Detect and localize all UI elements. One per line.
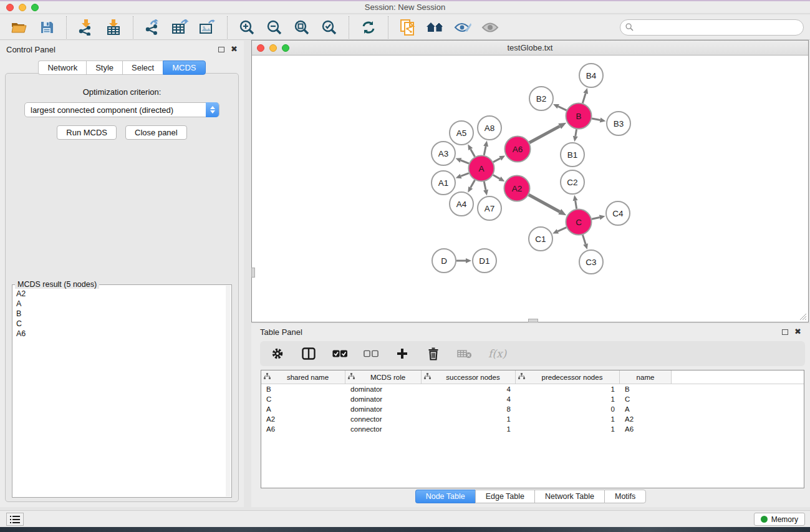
cell-shared-name: B	[261, 385, 345, 393]
tab-mcds[interactable]: MCDS	[163, 60, 205, 75]
edge-A-A3[interactable]	[461, 160, 469, 163]
export-network-icon[interactable]	[143, 18, 162, 37]
node-label-B1: B1	[567, 150, 578, 160]
zoom-out-icon[interactable]	[265, 18, 284, 37]
result-item[interactable]: A	[16, 299, 226, 309]
node-label-A4: A4	[456, 200, 467, 209]
tab-network[interactable]: Network	[38, 60, 86, 75]
tab-style[interactable]: Style	[86, 60, 122, 75]
edge-C-C3[interactable]	[582, 235, 586, 244]
zoom-fit-icon[interactable]	[292, 18, 311, 37]
network-window-titlebar: testGlobe.txt	[252, 41, 808, 56]
tab-select[interactable]: Select	[122, 60, 163, 75]
column-header-name[interactable]: name	[620, 370, 672, 384]
birdseye-handle-left[interactable]	[251, 268, 255, 278]
export-table-icon[interactable]	[171, 18, 190, 37]
node-table[interactable]: shared nameMCDS rolesuccessor nodesprede…	[261, 370, 804, 488]
run-mcds-button[interactable]: Run MCDS	[57, 125, 117, 140]
result-item[interactable]: A6	[16, 329, 226, 339]
home-icon[interactable]	[426, 18, 445, 37]
delete-table-icon[interactable]	[457, 346, 472, 361]
import-network-icon[interactable]	[77, 18, 95, 37]
close-table-panel-icon[interactable]: ✖	[794, 329, 801, 335]
optimization-criterion-select[interactable]: largest connected component (directed)	[24, 102, 219, 117]
cell-name: C	[620, 395, 672, 403]
node-label-A1: A1	[438, 178, 449, 188]
search-field	[620, 19, 804, 36]
column-header-successor-nodes[interactable]: successor nodes	[422, 370, 516, 384]
node-label-B2: B2	[536, 94, 547, 104]
task-history-button[interactable]	[6, 513, 24, 526]
refresh-icon[interactable]	[359, 18, 378, 37]
result-item[interactable]: A2	[16, 289, 226, 299]
save-session-icon[interactable]	[37, 18, 56, 37]
tree-icon	[518, 373, 525, 381]
search-input[interactable]	[620, 19, 804, 36]
checked-pair-icon[interactable]	[332, 346, 347, 361]
float-table-panel-icon[interactable]	[782, 329, 788, 335]
function-icon[interactable]: f(x)	[488, 347, 506, 360]
edge-C-C4[interactable]	[592, 218, 600, 220]
edge-B-B2[interactable]	[558, 107, 566, 110]
node-label-B4: B4	[586, 71, 597, 80]
node-label-B: B	[576, 112, 581, 121]
edge-A-A4[interactable]	[471, 180, 475, 188]
cell-predecessor-nodes: 1	[516, 425, 620, 433]
edge-A-A6[interactable]	[493, 158, 500, 162]
duplicate-network-icon[interactable]	[398, 18, 417, 37]
add-column-icon[interactable]	[395, 346, 410, 361]
unchecked-pair-icon[interactable]	[364, 346, 378, 361]
edge-B-B3[interactable]	[592, 118, 600, 120]
zoom-selected-icon[interactable]	[320, 18, 339, 37]
tab-edge-table[interactable]: Edge Table	[475, 490, 534, 503]
cell-predecessor-nodes: 1	[516, 385, 620, 393]
edge-C-C1[interactable]	[557, 228, 566, 231]
show-eye-icon[interactable]	[481, 18, 499, 37]
hide-eye-icon[interactable]	[453, 18, 472, 37]
birdseye-handle-bottom[interactable]	[528, 319, 538, 322]
cell-name: A2	[620, 415, 672, 423]
network-canvas[interactable]: B4B2BB3A8A5A6A3B1AC2A1A2A4A7C4CC1C3DD1	[252, 56, 808, 322]
mcds-result-list[interactable]: A2ABCA6	[14, 288, 226, 496]
table-row[interactable]: Bdominator41B	[261, 384, 804, 394]
split-columns-icon[interactable]	[301, 346, 316, 361]
edge-C-C2[interactable]	[576, 201, 577, 209]
edge-A-A5[interactable]	[471, 149, 475, 157]
result-item[interactable]: B	[16, 309, 226, 319]
export-image-icon[interactable]	[198, 18, 217, 37]
close-panel-icon[interactable]: ✖	[231, 46, 238, 52]
table-row[interactable]: Cdominator41C	[261, 394, 804, 404]
edge-A2-C[interactable]	[529, 195, 560, 211]
import-table-icon[interactable]	[104, 18, 123, 37]
zoom-in-icon[interactable]	[238, 18, 256, 37]
node-label-A3: A3	[438, 149, 449, 158]
edge-A-A7[interactable]	[484, 181, 486, 190]
edge-A-A1[interactable]	[461, 173, 469, 177]
memory-button[interactable]: Memory	[754, 513, 805, 526]
edge-A-A8[interactable]	[484, 146, 486, 155]
table-row[interactable]: A6connector11A6	[261, 424, 804, 434]
arrowhead-icon	[483, 190, 488, 196]
arrowhead-icon	[583, 88, 588, 94]
edge-A6-B[interactable]	[529, 126, 560, 142]
edge-B-B1[interactable]	[576, 129, 577, 136]
gear-icon[interactable]	[270, 346, 285, 361]
column-header-MCDS-role[interactable]: MCDS role	[345, 370, 422, 384]
float-panel-icon[interactable]	[218, 47, 224, 52]
trash-icon[interactable]	[426, 346, 441, 361]
tab-motifs[interactable]: Motifs	[604, 490, 646, 503]
close-panel-button[interactable]: Close panel	[125, 125, 187, 140]
tab-node-table[interactable]: Node Table	[415, 490, 475, 503]
resize-grip-icon[interactable]	[799, 313, 807, 321]
edge-A-A2[interactable]	[493, 175, 500, 179]
table-row[interactable]: A2connector11A2	[261, 414, 804, 424]
tab-network-table[interactable]: Network Table	[534, 490, 604, 503]
result-scrollbar[interactable]	[226, 286, 231, 496]
result-item[interactable]: C	[16, 319, 226, 329]
table-row[interactable]: Adominator80A	[261, 404, 804, 414]
edge-B-B4[interactable]	[582, 94, 586, 104]
column-header-shared-name[interactable]: shared name	[261, 370, 345, 384]
open-file-icon[interactable]	[10, 18, 29, 37]
cell-name: B	[620, 385, 672, 393]
column-header-predecessor-nodes[interactable]: predecessor nodes	[516, 370, 620, 384]
